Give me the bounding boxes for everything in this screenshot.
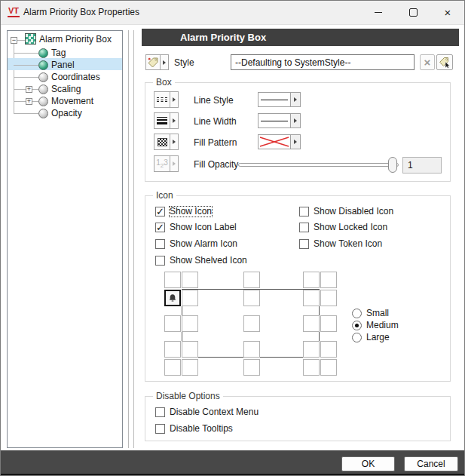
icon-position-0-0[interactable] — [164, 272, 181, 288]
combo-fill-pattern[interactable] — [258, 134, 301, 149]
solid-line-preview — [261, 100, 288, 100]
icon-position-4-2[interactable] — [243, 359, 260, 376]
combo-dropdown-arrow[interactable] — [290, 93, 300, 106]
tree-item-coordinates[interactable]: Coordinates — [51, 72, 100, 82]
combo-dropdown-arrow[interactable] — [290, 114, 300, 127]
red-cross-preview — [259, 136, 289, 148]
checkbox-show-alarm-icon[interactable] — [155, 239, 165, 249]
radio-row-small[interactable]: Small — [352, 308, 389, 319]
fill-opacity-value[interactable]: 1 — [402, 157, 442, 174]
checkbox-show-icon[interactable] — [155, 207, 165, 217]
style-input[interactable] — [231, 54, 415, 70]
icon-position-4-1[interactable] — [182, 359, 198, 376]
checkbox-row-show-alarm-icon[interactable]: Show Alarm Icon — [155, 238, 237, 250]
dropdown-button-line-style[interactable] — [170, 91, 179, 108]
cancel-button[interactable]: Cancel — [404, 456, 458, 471]
tree-item-alarm-priority-box[interactable]: Alarm Priority Box — [39, 34, 112, 45]
icon-position-3-3[interactable] — [303, 341, 320, 358]
icon-position-1-0-selected[interactable] — [164, 290, 181, 306]
tree-expander-scaling[interactable]: + — [26, 86, 32, 93]
dropdown-button-fill-pattern[interactable] — [170, 134, 179, 150]
title-bar: VT Alarm Priority Box Properties × — [1, 1, 464, 25]
radio-small[interactable] — [352, 309, 362, 318]
icon-position-1-4[interactable] — [320, 290, 337, 306]
checkbox-show-token-icon[interactable] — [299, 239, 309, 249]
style-label: Style — [174, 57, 194, 68]
radio-row-medium[interactable]: Medium — [352, 320, 399, 331]
tree-item-scaling[interactable]: Scaling — [51, 84, 81, 94]
icon-position-0-2[interactable] — [243, 272, 260, 288]
style-clear-button[interactable]: × — [420, 54, 435, 70]
tree-item-movement[interactable]: Movement — [51, 96, 93, 106]
checkbox-show-icon-label[interactable] — [155, 223, 165, 232]
icon-position-3-1[interactable] — [182, 341, 198, 358]
checkbox-row-disable-context-menu[interactable]: Disable Context Menu — [155, 407, 259, 418]
minimize-icon — [375, 12, 382, 13]
checkbox-row-show-disabled-icon[interactable]: Show Disabled Icon — [299, 206, 393, 217]
button-line-width[interactable] — [154, 112, 170, 129]
style-tag-button[interactable] — [145, 54, 161, 70]
fill-opacity-slider-handle[interactable] — [388, 157, 397, 173]
label-medium: Medium — [366, 321, 399, 330]
checkbox-show-shelved-icon[interactable] — [155, 256, 165, 266]
checkbox-show-locked-icon[interactable] — [299, 223, 309, 232]
dropdown-button-line-width[interactable] — [170, 112, 179, 129]
icon-position-4-0[interactable] — [164, 359, 181, 376]
checkbox-row-show-icon-label[interactable]: Show Icon Label — [155, 222, 237, 233]
tree-item-tag[interactable]: Tag — [51, 48, 66, 58]
tree-item-panel[interactable]: Panel — [51, 60, 75, 70]
combo-preview — [259, 135, 290, 149]
close-button[interactable]: × — [430, 1, 465, 24]
icon-position-3-4[interactable] — [320, 341, 337, 358]
checkbox-disable-context-menu[interactable] — [155, 407, 165, 417]
icon-position-1-1[interactable] — [182, 290, 198, 306]
style-tag-dropdown-button[interactable] — [160, 54, 169, 70]
checkbox-row-show-shelved-icon[interactable]: Show Shelved Icon — [155, 255, 247, 266]
icon-position-2-3[interactable] — [303, 315, 320, 332]
dropdown-arrow-icon — [173, 140, 176, 144]
minimize-button[interactable] — [361, 1, 396, 24]
radio-row-large[interactable]: Large — [352, 332, 390, 343]
checkbox-row-show-icon[interactable]: Show Icon — [155, 206, 212, 217]
icon-position-0-1[interactable] — [182, 272, 198, 288]
icon-position-1-3[interactable] — [303, 290, 320, 306]
label-fill-pattern: Fill Pattern — [194, 137, 237, 148]
radio-large[interactable] — [352, 333, 362, 342]
icon-position-4-4[interactable] — [320, 359, 337, 376]
style-pick-button[interactable] — [436, 54, 453, 70]
box-group-title: Box — [153, 77, 175, 88]
icon-position-2-0[interactable] — [164, 315, 181, 332]
maximize-icon — [409, 8, 418, 17]
maximize-button[interactable] — [396, 1, 430, 24]
button-fill-pattern[interactable] — [154, 134, 170, 150]
icon-position-2-4[interactable] — [320, 315, 337, 332]
window-title: Alarm Priority Box Properties — [23, 1, 139, 24]
tree-item-opacity[interactable]: Opacity — [51, 108, 82, 118]
icon-position-1-2[interactable] — [243, 290, 260, 306]
checkbox-disable-tooltips[interactable] — [155, 424, 165, 434]
checkbox-row-show-token-icon[interactable]: Show Token Icon — [299, 238, 382, 250]
icon-position-0-4[interactable] — [320, 272, 337, 288]
combo-dropdown-arrow[interactable] — [290, 135, 300, 149]
icon-position-2-1[interactable] — [182, 315, 198, 332]
tree-status-icon — [38, 60, 48, 70]
checkbox-row-disable-tooltips[interactable]: Disable Tooltips — [155, 423, 233, 435]
fill-opacity-slider-track[interactable] — [238, 163, 399, 167]
tree-expander-movement[interactable]: + — [26, 98, 32, 105]
checkbox-show-disabled-icon[interactable] — [299, 207, 309, 217]
icon-position-2-2[interactable] — [243, 315, 260, 332]
icon-position-0-3[interactable] — [303, 272, 320, 288]
checkbox-row-show-locked-icon[interactable]: Show Locked Icon — [299, 222, 387, 233]
combo-line-style[interactable] — [258, 92, 301, 107]
icon-position-3-2[interactable] — [243, 341, 260, 358]
icon-position-4-3[interactable] — [303, 359, 320, 376]
ok-button[interactable]: OK — [341, 456, 395, 471]
button-line-style[interactable] — [154, 91, 170, 108]
tree-root-expander[interactable]: − — [11, 37, 17, 44]
panel-splitter[interactable] — [128, 30, 134, 448]
dropdown-arrow-icon — [173, 118, 176, 123]
tree-status-icon — [38, 97, 48, 106]
radio-medium[interactable] — [352, 321, 362, 330]
icon-position-3-0[interactable] — [164, 341, 181, 358]
combo-line-width[interactable] — [258, 113, 301, 128]
